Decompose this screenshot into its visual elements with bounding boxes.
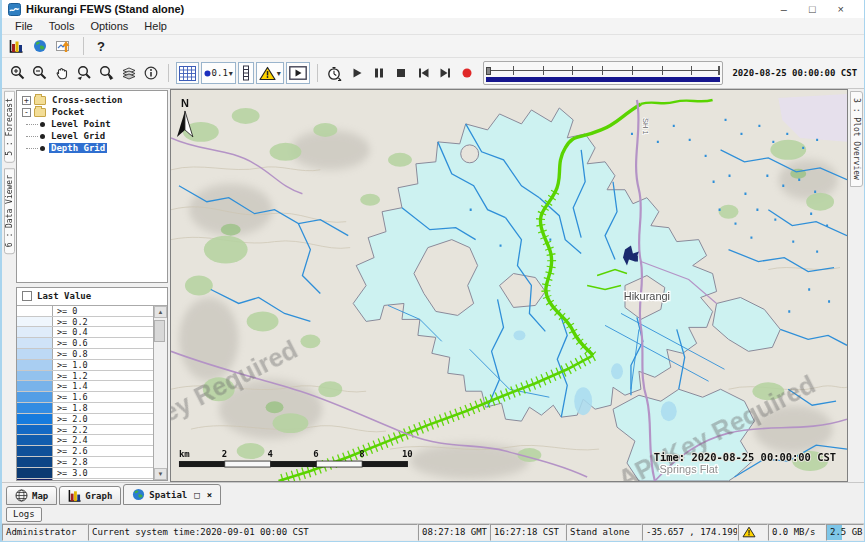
status-memory[interactable]: 2.5 GB bbox=[826, 524, 864, 541]
scale-tick: 10 bbox=[402, 449, 413, 459]
legend-row[interactable]: >= 2.4 bbox=[17, 435, 153, 446]
pan-button[interactable] bbox=[52, 62, 72, 84]
legend-class-label: >= 0.8 bbox=[53, 349, 153, 359]
maximize-button[interactable]: □ bbox=[809, 0, 816, 18]
legend-row[interactable]: >= 1.4 bbox=[17, 381, 153, 392]
tab-forecast[interactable]: 5 : Forecast bbox=[4, 91, 15, 163]
timeline-handle[interactable] bbox=[486, 67, 491, 75]
legend-row[interactable]: >= 2.2 bbox=[17, 425, 153, 436]
legend-swatch bbox=[17, 327, 53, 337]
scroll-down-icon[interactable]: ▼ bbox=[154, 468, 167, 480]
export-timeseries-button[interactable] bbox=[54, 36, 74, 56]
zoom-previous-icon bbox=[76, 65, 93, 81]
database-logs-button[interactable] bbox=[6, 36, 26, 56]
warnings-dropdown[interactable]: ▾ bbox=[256, 62, 284, 84]
tab-graph-label: Graph bbox=[85, 491, 112, 501]
tree-expander-icon[interactable]: - bbox=[22, 108, 31, 117]
pause-button[interactable] bbox=[369, 62, 389, 84]
menu-item-help[interactable]: Help bbox=[137, 19, 174, 33]
tree-item-level-grid[interactable]: Level Grid bbox=[17, 130, 167, 142]
zoom-out-button[interactable] bbox=[30, 62, 50, 84]
tree-item-level-point[interactable]: Level Point bbox=[17, 118, 167, 130]
legend-row[interactable]: >= 0.2 bbox=[17, 317, 153, 328]
legend-class-label: >= 0.4 bbox=[53, 327, 153, 337]
legend-row[interactable]: >= 0.6 bbox=[17, 338, 153, 349]
tab-restore-icon[interactable]: □ bbox=[194, 490, 199, 500]
record-button[interactable] bbox=[457, 62, 477, 84]
toolbar-separator bbox=[168, 64, 169, 82]
tab-graph[interactable]: Graph bbox=[59, 486, 121, 505]
tree-item-label: Level Point bbox=[49, 119, 113, 129]
legend-scrollbar[interactable]: ▲ ▼ bbox=[154, 306, 167, 480]
folder-icon bbox=[34, 96, 46, 105]
layers-button[interactable] bbox=[118, 62, 138, 84]
bar-chart-icon bbox=[9, 39, 23, 53]
legend-row[interactable]: >= 0.4 bbox=[17, 327, 153, 338]
legend-row[interactable]: >= 3.2 bbox=[17, 479, 153, 480]
tab-close-icon[interactable]: × bbox=[207, 490, 212, 500]
legend-row[interactable]: >= 1.8 bbox=[17, 403, 153, 414]
legend-class-label: >= 2.2 bbox=[53, 425, 153, 435]
logs-button[interactable]: Logs bbox=[6, 507, 42, 522]
grid-display-button[interactable] bbox=[176, 62, 199, 84]
menu-item-file[interactable]: File bbox=[8, 19, 40, 33]
legend-row[interactable]: >= 2.6 bbox=[17, 446, 153, 457]
play-button[interactable] bbox=[347, 62, 367, 84]
bullet-icon bbox=[40, 122, 45, 127]
tree-item-depth-grid[interactable]: Depth Grid bbox=[17, 142, 167, 154]
tab-data-viewer[interactable]: 6 : Data Viewer bbox=[4, 168, 15, 254]
legend-list: >= 0>= 0.2>= 0.4>= 0.6>= 0.8>= 1.0>= 1.2… bbox=[17, 306, 154, 480]
info-button[interactable] bbox=[141, 62, 161, 84]
minimize-button[interactable]: – bbox=[781, 0, 787, 18]
timeline-tick bbox=[572, 66, 573, 75]
stop-button[interactable] bbox=[391, 62, 411, 84]
legend-row[interactable]: >= 3.0 bbox=[17, 468, 153, 479]
map-canvas[interactable]: API Key Required API Key Required Hikura… bbox=[171, 90, 847, 481]
legend-row[interactable]: >= 0 bbox=[17, 306, 153, 317]
step-back-button[interactable] bbox=[413, 62, 433, 84]
scroll-thumb[interactable] bbox=[154, 320, 165, 342]
status-user: Administrator bbox=[2, 524, 88, 541]
legend-class-label: >= 1.0 bbox=[53, 360, 153, 370]
timeline-slider[interactable] bbox=[483, 61, 723, 85]
map-display-button[interactable] bbox=[30, 36, 50, 56]
legend-swatch bbox=[17, 446, 53, 456]
legend-row[interactable]: >= 2.8 bbox=[17, 457, 153, 468]
status-warning-cell[interactable] bbox=[738, 524, 768, 541]
close-button[interactable]: × bbox=[838, 0, 844, 18]
zoom-next-button[interactable] bbox=[96, 62, 116, 84]
scale-bar-button[interactable] bbox=[238, 62, 254, 84]
legend-row[interactable]: >= 0.8 bbox=[17, 349, 153, 360]
tree-expander-icon[interactable]: + bbox=[22, 96, 31, 105]
scale-tick: 8 bbox=[359, 449, 364, 459]
scroll-up-icon[interactable]: ▲ bbox=[154, 306, 167, 318]
tree-item-label: Level Grid bbox=[49, 131, 107, 141]
legend-row[interactable]: >= 2.0 bbox=[17, 414, 153, 425]
alarm-clock-icon bbox=[326, 65, 343, 82]
tree-connector bbox=[26, 148, 38, 149]
help-button[interactable]: ? bbox=[93, 39, 109, 54]
tab-plot-overview[interactable]: 3 : Plot Overview bbox=[850, 91, 863, 187]
legend-row[interactable]: >= 1.6 bbox=[17, 392, 153, 403]
animation-movie-button[interactable] bbox=[286, 62, 310, 84]
last-value-checkbox[interactable] bbox=[22, 291, 32, 301]
data-tree: +Cross-section-PocketLevel PointLevel Gr… bbox=[16, 90, 168, 283]
animation-timer-button[interactable] bbox=[325, 62, 345, 84]
menu-item-options[interactable]: Options bbox=[83, 19, 135, 33]
timeline-tick bbox=[632, 66, 633, 75]
tab-map[interactable]: Map bbox=[6, 486, 57, 505]
skip-back-icon bbox=[417, 67, 430, 79]
tab-spatial[interactable]: Spatial □ × bbox=[123, 484, 221, 505]
bullet-icon bbox=[40, 134, 45, 139]
zoom-in-button[interactable] bbox=[8, 62, 28, 84]
legend-row[interactable]: >= 1.2 bbox=[17, 371, 153, 382]
menu-item-tools[interactable]: Tools bbox=[42, 19, 82, 33]
legend-class-label: >= 0.6 bbox=[53, 338, 153, 348]
scale-tick: 6 bbox=[313, 449, 318, 459]
tree-item-cross-section[interactable]: +Cross-section bbox=[17, 94, 167, 106]
class-interval-dropdown[interactable]: 0.1 ▾ bbox=[201, 62, 236, 84]
tree-item-pocket[interactable]: -Pocket bbox=[17, 106, 167, 118]
step-forward-button[interactable] bbox=[435, 62, 455, 84]
zoom-previous-button[interactable] bbox=[74, 62, 94, 84]
legend-row[interactable]: >= 1.0 bbox=[17, 360, 153, 371]
